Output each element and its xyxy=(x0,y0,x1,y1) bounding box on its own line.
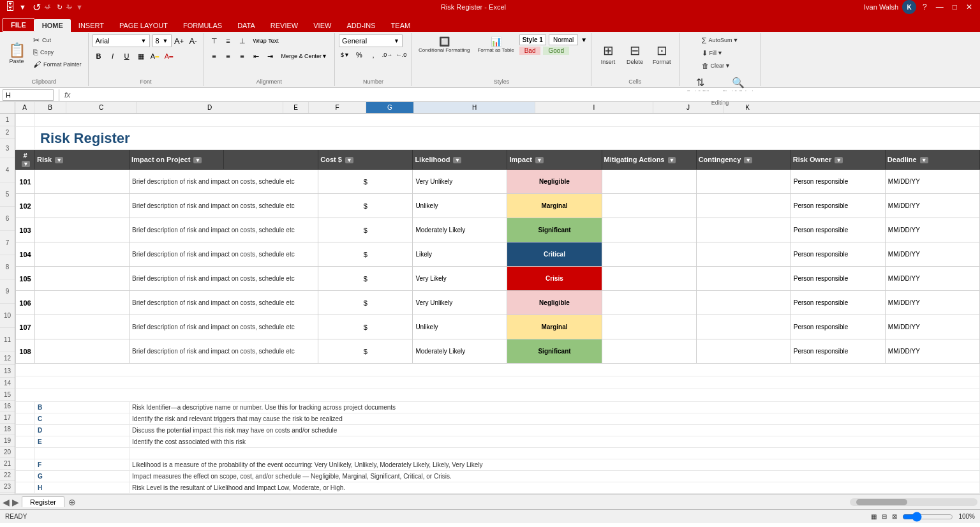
header-risk[interactable]: Risk ▼ xyxy=(35,150,130,170)
header-owner[interactable]: Risk Owner ▼ xyxy=(791,150,885,170)
legend-key-5[interactable]: F xyxy=(35,459,130,471)
close-btn[interactable]: ✕ xyxy=(963,3,975,11)
legend-key-2[interactable]: D xyxy=(35,425,130,436)
legend-desc-4[interactable] xyxy=(130,448,980,459)
header-impact[interactable]: Impact ▼ xyxy=(507,150,602,170)
number-format-dropdown[interactable]: General ▼ xyxy=(339,34,403,47)
cell-mitigating-5[interactable] xyxy=(602,291,696,315)
cell-cost-5[interactable]: $ xyxy=(318,291,413,315)
page-layout-btn[interactable]: ⊟ xyxy=(882,513,887,520)
inc-decimal-button[interactable]: .0→ xyxy=(381,48,394,61)
header-contingency[interactable]: Contingency ▼ xyxy=(696,150,791,170)
cell-impact-1[interactable]: Marginal xyxy=(507,194,602,218)
maximize-btn[interactable]: □ xyxy=(950,3,960,11)
legend-key-3[interactable]: E xyxy=(35,436,130,448)
cell-likelihood-6[interactable]: Unlikely xyxy=(413,315,507,339)
normal-style[interactable]: Normal xyxy=(549,34,578,45)
clear-button[interactable]: 🗑 Clear ▼ xyxy=(699,60,733,71)
filter-owner[interactable]: ▼ xyxy=(835,157,843,163)
cell-risk-3[interactable] xyxy=(35,242,130,267)
header-mitigating[interactable]: Mitigating Actions ▼ xyxy=(602,150,696,170)
sheet-scroll[interactable]: Risk Register # ▼ Risk ▼ Impact on Proje… xyxy=(15,114,980,494)
header-deadline[interactable]: Deadline ▼ xyxy=(885,150,979,170)
cell-risk-6[interactable] xyxy=(35,315,130,339)
cell-owner-4[interactable]: Person responsible xyxy=(791,267,885,291)
cell-impact-proj-7[interactable]: Brief description of risk and impact on … xyxy=(130,339,318,364)
autosum-button[interactable]: Σ AutoSum ▼ xyxy=(699,34,741,46)
cell-id-1[interactable]: 102 xyxy=(16,194,35,218)
scroll-sheets-left[interactable]: ◀ xyxy=(3,497,10,507)
font-color-button[interactable]: A▬ xyxy=(163,50,175,63)
header-cost[interactable]: Cost $ ▼ xyxy=(318,150,413,170)
cell-cost-7[interactable]: $ xyxy=(318,339,413,364)
zoom-slider[interactable] xyxy=(902,513,953,521)
filter-deadline[interactable]: ▼ xyxy=(920,157,928,163)
format-painter-button[interactable]: 🖌 Format Painter xyxy=(31,59,84,70)
cell-cost-4[interactable]: $ xyxy=(318,267,413,291)
legend-empty-0[interactable] xyxy=(16,402,35,413)
legend-desc-6[interactable]: Impact measures the effect on scope, cos… xyxy=(130,471,980,482)
indent-decrease-button[interactable]: ⇤ xyxy=(250,50,263,63)
empty-12[interactable] xyxy=(16,376,980,389)
cell-cost-3[interactable]: $ xyxy=(318,242,413,267)
cell-impact-5[interactable]: Negligible xyxy=(507,291,602,315)
cell-owner-5[interactable]: Person responsible xyxy=(791,291,885,315)
insert-button[interactable]: ⊞ Insert xyxy=(595,34,621,73)
tab-data[interactable]: DATA xyxy=(230,19,263,32)
cell-id-4[interactable]: 105 xyxy=(16,267,35,291)
cell-cost-2[interactable]: $ xyxy=(318,218,413,242)
font-name-dropdown[interactable]: Arial ▼ xyxy=(93,34,150,47)
cell-a2[interactable] xyxy=(16,127,35,150)
tab-insert[interactable]: INSERT xyxy=(71,19,112,32)
cell-owner-3[interactable]: Person responsible xyxy=(791,242,885,267)
tab-team[interactable]: TEAM xyxy=(383,19,419,32)
cell-deadline-6[interactable]: MM/DD/YY xyxy=(885,315,979,339)
page-break-btn[interactable]: ⊠ xyxy=(892,513,897,520)
cell-impact-0[interactable]: Negligible xyxy=(507,170,602,194)
cell-contingency-4[interactable] xyxy=(696,267,791,291)
empty-13[interactable] xyxy=(16,389,980,402)
cell-contingency-2[interactable] xyxy=(696,218,791,242)
minimize-btn[interactable]: — xyxy=(933,3,946,11)
cell-owner-7[interactable]: Person responsible xyxy=(791,339,885,364)
spreadsheet-title[interactable]: Risk Register xyxy=(35,127,980,150)
cell-mitigating-0[interactable] xyxy=(602,170,696,194)
cell-owner-0[interactable]: Person responsible xyxy=(791,170,885,194)
cell-likelihood-2[interactable]: Moderately Likely xyxy=(413,218,507,242)
percent-button[interactable]: % xyxy=(353,48,366,61)
cell-risk-5[interactable] xyxy=(35,291,130,315)
format-button[interactable]: ⊡ Format xyxy=(649,34,675,73)
filter-likelihood[interactable]: ▼ xyxy=(453,157,461,163)
cell-likelihood-5[interactable]: Very Unlikely xyxy=(413,291,507,315)
cell-id-5[interactable]: 106 xyxy=(16,291,35,315)
cell-deadline-2[interactable]: MM/DD/YY xyxy=(885,218,979,242)
paste-button[interactable]: 📋 Paste xyxy=(4,34,29,73)
legend-empty-4[interactable] xyxy=(16,448,35,459)
legend-desc-2[interactable]: Discuss the potential impact this risk m… xyxy=(130,425,980,436)
filter-cost[interactable]: ▼ xyxy=(345,157,353,163)
filter-contingency[interactable]: ▼ xyxy=(744,157,752,163)
header-likelihood[interactable]: Likelihood ▼ xyxy=(413,150,507,170)
cell-impact-4[interactable]: Crisis xyxy=(507,267,602,291)
cell-cost-0[interactable]: $ xyxy=(318,170,413,194)
conditional-formatting-button[interactable]: 🔲 Conditional Formatting xyxy=(416,35,472,54)
cell-impact-proj-2[interactable]: Brief description of risk and impact on … xyxy=(130,218,318,242)
cell-id-0[interactable]: 101 xyxy=(16,170,35,194)
legend-desc-5[interactable]: Likelihood is a measure of the probabili… xyxy=(130,459,980,471)
cell-deadline-0[interactable]: MM/DD/YY xyxy=(885,170,979,194)
header-description-col[interactable] xyxy=(224,150,318,170)
right-align-button[interactable]: ≡ xyxy=(236,50,249,63)
fill-color-button[interactable]: A▬ xyxy=(149,50,161,63)
sheet-tab-register[interactable]: Register xyxy=(22,496,64,507)
legend-key-6[interactable]: G xyxy=(35,471,130,482)
underline-button[interactable]: U xyxy=(121,50,133,63)
styles-dropdown[interactable]: ▼ xyxy=(581,36,587,43)
font-size-input[interactable]: 8 ▼ xyxy=(152,34,172,47)
cut-button[interactable]: ✂ Cut xyxy=(31,34,84,46)
cell-cost-6[interactable]: $ xyxy=(318,315,413,339)
legend-empty-7[interactable] xyxy=(16,482,35,494)
legend-empty-3[interactable] xyxy=(16,436,35,448)
cell-likelihood-1[interactable]: Unlikely xyxy=(413,194,507,218)
header-hash[interactable]: # ▼ xyxy=(16,150,35,170)
cell-impact-proj-6[interactable]: Brief description of risk and impact on … xyxy=(130,315,318,339)
